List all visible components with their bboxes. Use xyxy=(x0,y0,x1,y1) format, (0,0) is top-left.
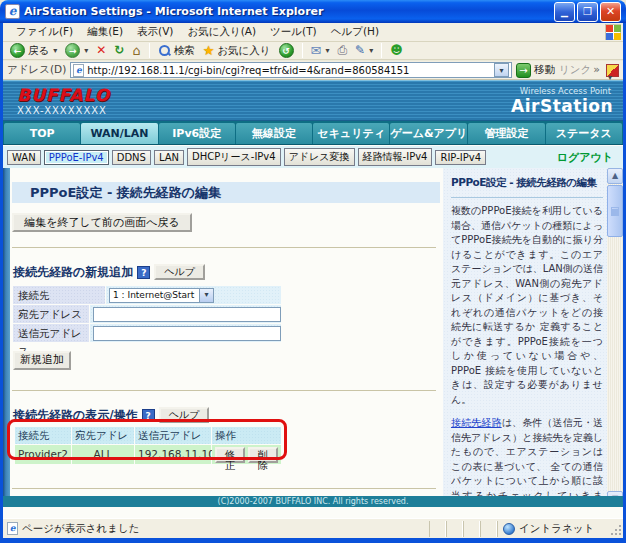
window-border xyxy=(0,538,626,543)
col-destination: 接続先 xyxy=(15,427,71,444)
subtab-wan[interactable]: WAN xyxy=(7,150,41,165)
intranet-zone-label: イントラネット xyxy=(519,522,594,536)
scrollbar-thumb[interactable] xyxy=(607,185,623,237)
add-help-button[interactable]: ヘルプ xyxy=(154,264,205,280)
sidebar-scrollbar[interactable] xyxy=(607,168,623,507)
sidebar-paragraph-2-rest: は、条件（送信元・送信先アドレス）と接続先を定義したもので、エアステーションはこ… xyxy=(451,417,603,507)
maximize-button[interactable] xyxy=(577,2,598,22)
edit-button[interactable]: ✎ xyxy=(352,42,376,59)
menu-tools[interactable]: ツール(T) xyxy=(263,23,324,41)
messenger-button[interactable]: ☻ xyxy=(387,42,406,59)
forward-button[interactable] xyxy=(62,42,91,59)
menu-file[interactable]: ファイル(F) xyxy=(9,23,80,41)
history-button[interactable] xyxy=(276,42,297,59)
tab-admin[interactable]: 管理設定 xyxy=(468,123,544,144)
back-icon xyxy=(10,43,25,58)
model-number: XXX-XXXXXXXX xyxy=(17,105,107,116)
tab-ipv6[interactable]: IPv6設定 xyxy=(159,123,235,144)
favorites-button[interactable]: ★ お気に入り xyxy=(200,42,274,59)
menu-view[interactable]: 表示(V) xyxy=(130,23,180,41)
messenger-icon: ☻ xyxy=(390,43,403,58)
home-icon: ⌂ xyxy=(132,43,140,58)
menu-bar: ファイル(F) 編集(E) 表示(V) お気に入り(A) ツール(T) ヘルプ(… xyxy=(3,23,623,42)
refresh-button[interactable]: ↻ xyxy=(111,42,127,59)
finish-edit-back-button[interactable]: 編集を終了して前の画面へ戻る xyxy=(12,213,192,232)
subtab-rip[interactable]: RIP-IPv4 xyxy=(435,150,486,165)
search-button[interactable]: 検索 xyxy=(155,42,198,59)
links-label[interactable]: リンク xyxy=(559,63,602,77)
address-url: http://192.168.11.1/cgi-bin/cgi?req=tfr&… xyxy=(87,65,409,76)
edit-icon: ✎ xyxy=(355,43,365,58)
destination-label: 接続先 xyxy=(13,286,105,304)
tab-game-app[interactable]: ゲーム&アプリ xyxy=(390,123,467,144)
stop-button[interactable]: ✕ xyxy=(93,42,109,59)
subtab-ddns[interactable]: DDNS xyxy=(112,150,151,165)
toolbar-separator xyxy=(302,43,303,58)
help-sidebar: PPPoE設定 - 接続先経路の編集 複数のPPPoE接続を利用している場合、通… xyxy=(443,168,623,507)
resize-grip[interactable] xyxy=(609,521,623,537)
title-bar: e AirStation Settings - Microsoft Intern… xyxy=(0,0,626,23)
menu-favorites[interactable]: お気に入り(A) xyxy=(180,23,263,41)
toolbar-separator xyxy=(381,43,382,58)
close-button[interactable] xyxy=(600,2,621,22)
dest-address-input[interactable] xyxy=(93,307,281,322)
add-section-heading: 接続先経路の新規追加 xyxy=(13,264,133,281)
banner-tagline: Wireless Access Point xyxy=(520,86,611,96)
favorites-label: お気に入り xyxy=(217,44,270,58)
destination-select[interactable]: 1 : Internet@Start xyxy=(109,288,214,303)
toolbar-separator xyxy=(149,43,150,58)
go-icon xyxy=(516,63,531,78)
edit-row-button[interactable]: 修正 xyxy=(215,447,245,463)
subtab-lan[interactable]: LAN xyxy=(154,150,184,165)
mail-button[interactable]: ✉ xyxy=(308,42,333,59)
subtab-address-translation[interactable]: アドレス変換 xyxy=(284,148,355,166)
delete-row-button[interactable]: 削除 xyxy=(248,447,278,463)
windows-logo-icon xyxy=(605,24,621,40)
subtab-dhcp-lease[interactable]: DHCPリース-IPv4 xyxy=(187,148,281,166)
site-banner: BUFFALO XXX-XXXXXXXX Wireless Access Poi… xyxy=(3,80,623,121)
menu-help[interactable]: ヘルプ(H) xyxy=(324,23,386,41)
add-new-button[interactable]: 新規追加 xyxy=(13,351,71,370)
go-button[interactable]: 移動 xyxy=(516,63,555,78)
address-label: アドレス(D) xyxy=(7,63,66,77)
sidebar-separator xyxy=(451,197,603,198)
col-dest-address: 宛先アドレス xyxy=(72,427,134,444)
window-border xyxy=(0,23,3,543)
back-button[interactable]: 戻る xyxy=(7,42,60,59)
tab-status[interactable]: ステータス xyxy=(546,123,622,144)
destination-select-value: 1 : Internet@Start xyxy=(110,290,199,300)
minimize-button[interactable] xyxy=(554,2,575,22)
scroll-up-icon[interactable] xyxy=(607,168,623,184)
col-source-address: 送信元アドレス xyxy=(135,427,211,444)
add-route-form: 接続先 1 : Internet@Start 宛先アドレス 送信元アドレス xyxy=(13,286,281,342)
source-address-input[interactable] xyxy=(93,326,281,341)
sidebar-paragraph-1: 複数のPPPoE接続を利用している場合、通信パケットの種類によってPPPoE接続… xyxy=(451,204,603,407)
subtab-pppoe-ipv4[interactable]: PPPoE-IPv4 xyxy=(44,150,109,165)
print-button[interactable]: ⎙ xyxy=(335,42,351,59)
status-cell xyxy=(463,521,480,537)
tab-wan-lan[interactable]: WAN/LAN xyxy=(81,123,157,144)
status-cell xyxy=(429,521,446,537)
subtab-route-info[interactable]: 経路情報-IPv4 xyxy=(358,148,433,166)
tab-top[interactable]: TOP xyxy=(4,123,80,144)
main-nav: TOP WAN/LAN IPv6設定 無線設定 セキュリティ ゲーム&アプリ 管… xyxy=(3,121,623,145)
address-input[interactable]: e http://192.168.11.1/cgi-bin/cgi?req=tf… xyxy=(70,62,512,78)
route-term-link[interactable]: 接続先経路 xyxy=(451,417,502,428)
address-dropdown-icon[interactable]: ▾ xyxy=(494,63,509,77)
tab-security[interactable]: セキュリティ xyxy=(313,123,389,144)
toolbar: 戻る ✕ ↻ ⌂ 検索 ★ お気に入り ✉ ⎙ ✎ ☻ xyxy=(3,42,623,60)
search-icon xyxy=(158,44,171,57)
window-title: AirStation Settings - Microsoft Internet… xyxy=(24,5,554,18)
logout-link[interactable]: ログアウト xyxy=(557,150,613,165)
menu-edit[interactable]: 編集(E) xyxy=(80,23,130,41)
antivirus-icon[interactable] xyxy=(606,64,619,77)
list-help-button[interactable]: ヘルプ xyxy=(159,407,210,423)
print-icon: ⎙ xyxy=(338,43,348,58)
favorites-star-icon: ★ xyxy=(203,43,215,58)
source-address-label: 送信元アドレス xyxy=(13,324,89,342)
page-viewport: BUFFALO XXX-XXXXXXXX Wireless Access Poi… xyxy=(3,80,623,518)
home-button[interactable]: ⌂ xyxy=(129,42,143,59)
buffalo-logo: BUFFALO xyxy=(17,85,110,105)
tab-wireless[interactable]: 無線設定 xyxy=(236,123,312,144)
select-arrow-icon[interactable] xyxy=(199,289,213,302)
